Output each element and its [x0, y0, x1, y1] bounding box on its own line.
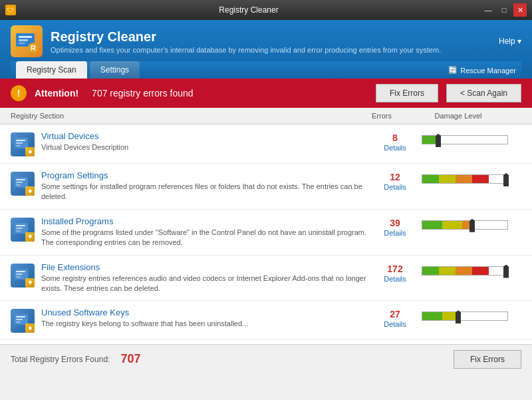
registry-icon: ✱	[11, 309, 35, 333]
damage-indicator	[503, 173, 509, 186]
attention-detail: 707 registry errors found	[92, 88, 194, 99]
row-icon: ✱	[11, 218, 35, 242]
rescue-manager-button[interactable]: 🔄 Rescue Manager	[448, 66, 516, 79]
svg-rect-21	[16, 276, 21, 278]
details-link[interactable]: Details	[384, 275, 406, 283]
registry-list: ✱ Virtual Devices Virtual Devices Descri…	[0, 124, 532, 344]
scan-again-button[interactable]: < Scan Again	[446, 84, 521, 102]
registry-icon: ✱	[11, 218, 35, 242]
row-damage	[422, 170, 521, 184]
damage-yellow	[442, 221, 462, 229]
row-damage	[422, 307, 521, 321]
table-row: ✱ Unused Software Keys The registry keys…	[0, 301, 532, 340]
row-icon-badge: ✱	[25, 278, 35, 288]
damage-indicator	[456, 310, 461, 323]
row-title[interactable]: File Extensions	[41, 262, 368, 272]
window-title: Registry Cleaner	[16, 5, 481, 15]
damage-bar	[422, 266, 508, 276]
row-icon-badge: ✱	[25, 323, 35, 333]
registry-icon: ✱	[11, 264, 35, 288]
row-content: Installed Programs Some of the programs …	[41, 216, 368, 248]
details-link[interactable]: Details	[384, 144, 406, 152]
svg-rect-3	[19, 43, 25, 44]
col-section-header: Registry Section	[11, 112, 355, 120]
row-damage	[422, 131, 521, 144]
col-damage-header: Damage Level	[408, 112, 521, 120]
damage-green	[422, 175, 439, 183]
row-title[interactable]: Virtual Devices	[41, 131, 368, 141]
table-row: ✱ Installed Programs Some of the program…	[0, 210, 532, 256]
damage-indicator	[469, 219, 475, 232]
error-count: 12	[368, 172, 422, 182]
window-controls: — □ ✕	[481, 3, 527, 17]
row-content: Program Settings Some settings for insta…	[41, 170, 368, 202]
row-content: Virtual Devices Virtual Devices Descript…	[41, 131, 368, 152]
details-link[interactable]: Details	[384, 320, 406, 328]
damage-orange	[456, 175, 472, 183]
row-icon-badge: ✱	[25, 147, 35, 156]
tab-registry-scan[interactable]: Registry Scan	[16, 61, 87, 79]
row-damage	[422, 262, 521, 276]
minimize-button[interactable]: —	[481, 3, 495, 17]
damage-green	[422, 221, 442, 229]
damage-yellow	[439, 267, 456, 275]
svg-rect-9	[16, 145, 21, 146]
row-desc: Some settings for installed program refe…	[41, 182, 368, 202]
svg-rect-7	[16, 140, 25, 141]
damage-indicator	[436, 134, 441, 147]
help-button[interactable]: Help ▾	[499, 37, 521, 46]
svg-rect-23	[16, 316, 25, 317]
error-count: 27	[368, 309, 422, 319]
row-damage	[422, 216, 521, 230]
row-content: Unused Software Keys The registry keys b…	[41, 307, 368, 329]
details-link[interactable]: Details	[384, 183, 406, 191]
svg-rect-16	[16, 228, 23, 229]
svg-rect-13	[16, 184, 21, 186]
damage-empty	[456, 312, 507, 320]
svg-rect-8	[16, 142, 23, 144]
main-content: ! Attention! 707 registry errors found F…	[0, 79, 532, 373]
alert-icon: !	[11, 85, 27, 101]
row-title[interactable]: Unused Software Keys	[41, 307, 368, 317]
damage-red	[472, 267, 489, 275]
table-row: ✱ Virtual Devices Virtual Devices Descri…	[0, 124, 532, 164]
footer-label: Total Registry Errors Found:	[11, 355, 110, 364]
table-header: Registry Section Errors Damage Level	[0, 108, 532, 124]
row-desc: Some registry entries references audio a…	[41, 274, 368, 294]
titlebar: 🛡 Registry Cleaner — □ ✕	[0, 0, 532, 20]
svg-rect-24	[16, 319, 23, 320]
svg-rect-20	[16, 274, 23, 275]
attention-label: Attention!	[35, 88, 78, 99]
svg-rect-1	[19, 36, 32, 38]
row-title[interactable]: Program Settings	[41, 170, 368, 180]
details-link[interactable]: Details	[384, 229, 406, 237]
tabs-area: Registry Scan Settings 🔄 Rescue Manager	[11, 61, 521, 79]
maximize-button[interactable]: □	[497, 3, 511, 17]
tab-settings[interactable]: Settings	[90, 61, 140, 79]
damage-yellow	[442, 312, 456, 320]
damage-bar	[422, 311, 508, 321]
svg-rect-2	[19, 39, 28, 41]
row-title[interactable]: Installed Programs	[41, 216, 368, 226]
tabs: Registry Scan Settings	[16, 61, 140, 79]
footer: Total Registry Errors Found: 707 Fix Err…	[0, 344, 532, 373]
fix-errors-button[interactable]: Fix Errors	[376, 84, 438, 102]
svg-rect-12	[16, 182, 23, 183]
registry-icon: ✱	[11, 172, 35, 196]
damage-empty	[470, 221, 507, 229]
close-button[interactable]: ✕	[513, 3, 527, 17]
row-desc: The registry keys belong to software tha…	[41, 319, 368, 329]
app-icon: 🛡	[5, 5, 16, 15]
damage-empty	[436, 136, 507, 144]
row-icon: ✱	[11, 264, 35, 288]
footer-fix-button[interactable]: Fix Errors	[454, 350, 521, 369]
registry-icon: ✱	[11, 132, 35, 156]
row-desc: Virtual Devices Description	[41, 142, 368, 152]
app-subtitle: Optimizes and fixes your computer's inte…	[51, 46, 441, 54]
row-errors: 8 Details	[368, 131, 422, 152]
row-icon-badge: ✱	[25, 232, 35, 242]
row-errors: 27 Details	[368, 307, 422, 329]
svg-rect-17	[16, 230, 21, 232]
attention-bar: ! Attention! 707 registry errors found F…	[0, 79, 532, 108]
header-top: R Registry Cleaner Optimizes and fixes y…	[11, 25, 521, 57]
